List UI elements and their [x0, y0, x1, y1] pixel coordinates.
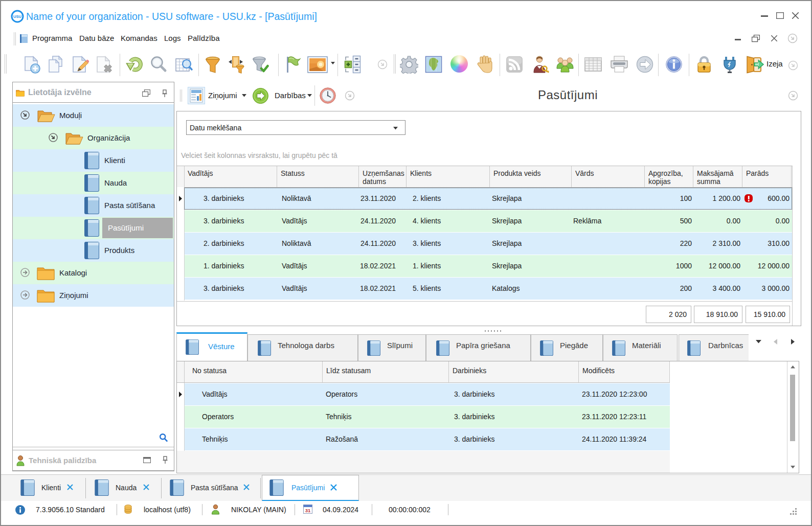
svg-text:31: 31	[305, 508, 311, 513]
svg-text:USU: USU	[13, 14, 21, 19]
